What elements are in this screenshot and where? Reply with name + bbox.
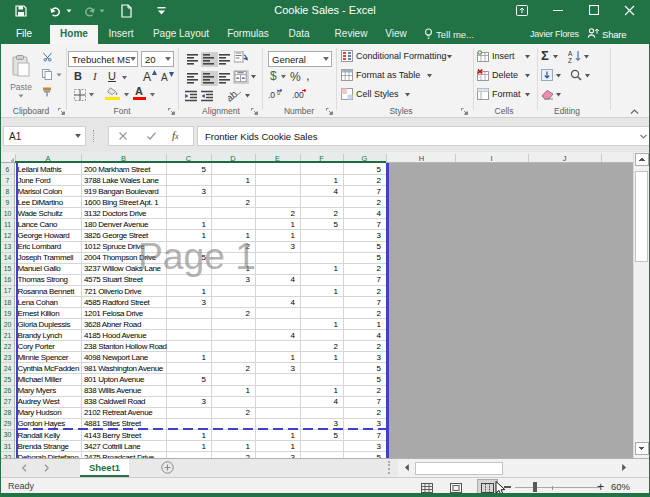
svg-text:5: 5 <box>202 375 207 384</box>
svg-text:Z: Z <box>568 57 572 63</box>
svg-text:17: 17 <box>4 287 12 294</box>
svg-text:30: 30 <box>4 431 12 438</box>
svg-text:200 Markham Street: 200 Markham Street <box>84 165 151 174</box>
svg-text:1: 1 <box>246 386 251 395</box>
svg-text:Mary Myers: Mary Myers <box>18 386 57 395</box>
svg-text:14: 14 <box>4 254 12 261</box>
svg-text:3788 Lake Wales Lane: 3788 Lake Wales Lane <box>84 176 159 185</box>
svg-text:11: 11 <box>4 221 11 228</box>
svg-text:15: 15 <box>4 265 12 272</box>
svg-text:Thomas Strong: Thomas Strong <box>18 275 68 284</box>
svg-text:Audrey West: Audrey West <box>18 397 61 406</box>
svg-text:ab: ab <box>228 89 240 102</box>
svg-text:2: 2 <box>291 209 296 218</box>
svg-text:A: A <box>568 50 573 57</box>
svg-text:Michael Miller: Michael Miller <box>18 375 63 384</box>
svg-text:Gordon Hayes: Gordon Hayes <box>18 419 66 428</box>
svg-text:7: 7 <box>377 431 382 440</box>
svg-text:Lance Cano: Lance Cano <box>18 220 59 229</box>
svg-text:3: 3 <box>291 242 296 251</box>
svg-text:5: 5 <box>334 431 339 440</box>
svg-text:2: 2 <box>377 287 382 296</box>
svg-text:6: 6 <box>6 166 10 173</box>
svg-text:Gloria Duplessis: Gloria Duplessis <box>18 320 71 329</box>
svg-text:22: 22 <box>4 343 12 350</box>
svg-text:2: 2 <box>377 408 382 417</box>
svg-text:I: I <box>490 154 492 163</box>
svg-text:7: 7 <box>377 275 382 284</box>
svg-text:.0: .0 <box>268 90 275 100</box>
svg-text:24: 24 <box>4 365 12 372</box>
svg-text:18: 18 <box>4 299 12 306</box>
svg-text:3: 3 <box>291 364 296 373</box>
svg-text:4: 4 <box>334 187 339 196</box>
svg-text:21: 21 <box>4 332 12 339</box>
svg-text:1: 1 <box>334 264 339 273</box>
svg-text:23: 23 <box>4 354 12 361</box>
svg-text:June Ford: June Ford <box>18 176 51 185</box>
svg-text:Randall Kelly: Randall Kelly <box>18 431 60 440</box>
svg-text:5: 5 <box>334 220 339 229</box>
svg-text:801 Upton Avenue: 801 Upton Avenue <box>84 375 145 384</box>
svg-text:Brenda Strange: Brenda Strange <box>18 442 70 451</box>
svg-text:9: 9 <box>6 199 10 206</box>
svg-text:1: 1 <box>291 431 296 440</box>
svg-text:7: 7 <box>377 187 382 196</box>
svg-text:1: 1 <box>246 176 251 185</box>
svg-text:Rosanna Bennett: Rosanna Bennett <box>18 287 76 296</box>
svg-text:31: 31 <box>4 443 12 450</box>
svg-text:Ernest Killion: Ernest Killion <box>18 309 60 318</box>
svg-text:13: 13 <box>4 243 12 250</box>
svg-text:2: 2 <box>377 176 382 185</box>
svg-text:8: 8 <box>6 188 10 195</box>
svg-text:Cynthia McFadden: Cynthia McFadden <box>18 364 80 373</box>
svg-text:5: 5 <box>377 364 382 373</box>
svg-text:Brandy Lynch: Brandy Lynch <box>18 331 62 340</box>
svg-text:3628 Abner Road: 3628 Abner Road <box>84 320 141 329</box>
svg-text:4: 4 <box>291 331 296 340</box>
svg-text:1: 1 <box>334 353 339 362</box>
svg-text:3: 3 <box>202 187 207 196</box>
svg-text:Leilani Mathis: Leilani Mathis <box>18 165 62 174</box>
svg-text:Minnie Spencer: Minnie Spencer <box>18 353 69 362</box>
svg-text:2: 2 <box>246 408 251 417</box>
svg-text:Mary Hudson: Mary Hudson <box>18 408 62 417</box>
svg-text:4: 4 <box>291 298 296 307</box>
svg-text:2: 2 <box>377 198 382 207</box>
svg-text:1600 Bing Street Apt. 1: 1600 Bing Street Apt. 1 <box>84 198 159 207</box>
svg-text:4: 4 <box>377 331 382 340</box>
svg-text:2: 2 <box>334 342 339 351</box>
svg-text:3132 Doctors Drive: 3132 Doctors Drive <box>84 209 147 218</box>
svg-text:20: 20 <box>4 321 12 328</box>
svg-text:1: 1 <box>334 287 339 296</box>
svg-text:1: 1 <box>334 320 339 329</box>
svg-text:1: 1 <box>291 231 296 240</box>
svg-text:5: 5 <box>377 242 382 251</box>
svg-text:Lena Cohan: Lena Cohan <box>18 298 58 307</box>
svg-text:7: 7 <box>6 177 10 184</box>
svg-text:3: 3 <box>377 442 382 451</box>
svg-text:5: 5 <box>202 165 207 174</box>
svg-text:2: 2 <box>246 198 251 207</box>
svg-text:7: 7 <box>377 220 382 229</box>
svg-text:Page 1: Page 1 <box>138 236 256 277</box>
svg-text:H: H <box>419 154 424 163</box>
svg-text:26: 26 <box>4 387 12 394</box>
svg-text:1: 1 <box>202 287 207 296</box>
svg-text:2: 2 <box>377 386 382 395</box>
svg-text:3: 3 <box>377 353 382 362</box>
svg-text:2102 Retreat Avenue: 2102 Retreat Avenue <box>84 408 153 417</box>
svg-text:1: 1 <box>202 442 207 451</box>
svg-text:4585 Radford Street: 4585 Radford Street <box>84 298 151 307</box>
svg-text:Eric Lombard: Eric Lombard <box>18 242 61 251</box>
svg-text:J: J <box>563 154 567 163</box>
svg-text:Joseph Trammell: Joseph Trammell <box>18 253 74 262</box>
svg-text:238 Stanton Hollow Road: 238 Stanton Hollow Road <box>84 342 167 351</box>
svg-text:29: 29 <box>4 420 12 427</box>
svg-text:2: 2 <box>377 342 382 351</box>
svg-text:4098 Newport Lane: 4098 Newport Lane <box>84 353 149 362</box>
svg-text:0: 0 <box>277 90 280 96</box>
svg-text:919 Bangan Boulevard: 919 Bangan Boulevard <box>84 187 158 196</box>
svg-text:5: 5 <box>377 375 382 384</box>
svg-text:4575 Stuart Street: 4575 Stuart Street <box>84 275 144 284</box>
